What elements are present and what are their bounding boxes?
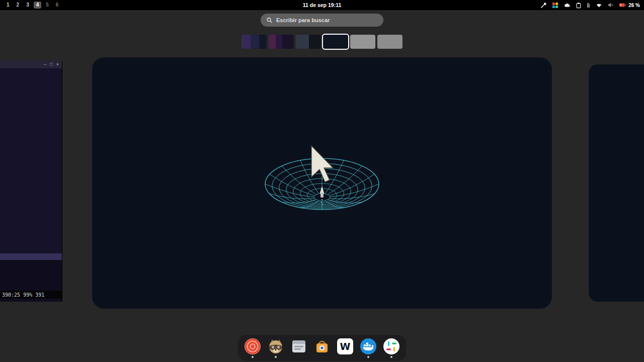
close-icon[interactable]: ×: [56, 62, 59, 67]
docker-whale-icon: [360, 338, 377, 355]
dock-app-docker[interactable]: [359, 337, 378, 357]
dock-app-slack[interactable]: [382, 337, 401, 357]
color-picker-icon[interactable]: [540, 2, 547, 9]
workspace-number-1[interactable]: 1: [4, 2, 12, 9]
weather-cloud-icon[interactable]: [564, 2, 571, 9]
extensions-icon[interactable]: [552, 2, 558, 9]
tray-indicator-icon[interactable]: [587, 2, 591, 9]
battery-status[interactable]: 26 %: [619, 2, 640, 8]
window-titlebar: – □ ×: [0, 60, 62, 68]
gray-notes-icon: [290, 338, 307, 355]
workspace-number-2[interactable]: 2: [14, 2, 22, 9]
workspace-number-3[interactable]: 3: [24, 2, 32, 9]
battery-percent-label: 26 %: [628, 3, 640, 8]
workspace-thumbnail-2[interactable]: [269, 35, 294, 49]
workspace-thumbnail-1[interactable]: [242, 35, 267, 49]
maximize-icon[interactable]: □: [50, 62, 52, 67]
statusline-text: 390:25 99% 391: [2, 292, 44, 298]
wave-terminal-icon: W: [337, 338, 353, 354]
window-statusline: 390:25 99% 391: [0, 291, 62, 299]
workspace-number-6[interactable]: 6: [53, 2, 61, 9]
workspace-number-4[interactable]: 4: [34, 2, 42, 9]
search-bar[interactable]: [261, 14, 383, 27]
dock-app-bag-store[interactable]: [312, 337, 332, 357]
clipboard-icon[interactable]: [576, 2, 582, 9]
dock-app-gray-notes[interactable]: [289, 337, 308, 357]
window-lower-pane: [0, 260, 62, 291]
active-workspace-preview[interactable]: [92, 57, 552, 309]
workspace-thumbnail-3[interactable]: [296, 35, 321, 49]
dash-dock: W: [238, 335, 406, 361]
adjacent-workspace-left[interactable]: – □ × 390:25 99% 391: [0, 60, 62, 302]
workspace-indicator: 1 2 3 4 5 6: [4, 2, 61, 9]
dock-app-raccoon[interactable]: [266, 337, 285, 357]
slack-icon: [383, 338, 400, 355]
rings-target-icon: [245, 338, 261, 354]
battery-icon: [619, 2, 626, 8]
screensaver-graphic: [92, 57, 552, 309]
minimize-icon[interactable]: –: [44, 62, 46, 67]
volume-muted-icon[interactable]: [607, 2, 614, 8]
workspace-thumbnail-4-selected[interactable]: [323, 35, 348, 49]
workspace-switcher: [242, 35, 403, 49]
window-body: [0, 68, 62, 253]
dock-app-rings[interactable]: [243, 337, 262, 357]
dock-app-wave-terminal[interactable]: W: [336, 337, 355, 357]
clock-date[interactable]: 11 de sep 19:11: [303, 2, 341, 8]
orange-bag-icon: [313, 338, 331, 355]
status-cluster: 26 %: [540, 2, 640, 9]
adjacent-workspace-right[interactable]: [589, 64, 644, 302]
workspace-thumbnail-5[interactable]: [350, 35, 375, 49]
search-input[interactable]: [276, 17, 377, 23]
window-divider-strip: [0, 253, 62, 260]
raccoon-icon: [267, 338, 284, 355]
workspace-number-5[interactable]: 5: [43, 2, 51, 9]
top-bar: 1 2 3 4 5 6 11 de sep 19:11 26 %: [0, 0, 644, 10]
search-icon: [267, 17, 272, 23]
workspace-thumbnail-6[interactable]: [377, 35, 403, 49]
wifi-icon[interactable]: [596, 2, 602, 8]
